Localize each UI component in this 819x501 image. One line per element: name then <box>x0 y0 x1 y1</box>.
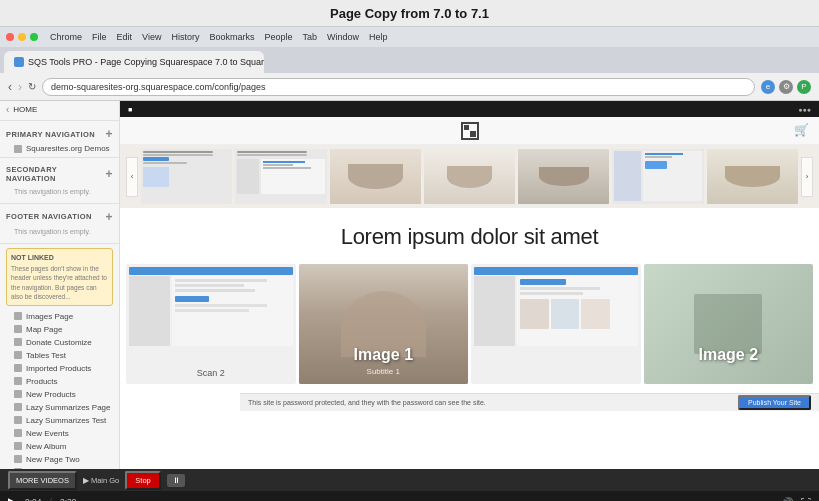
window-title: Page Copy from 7.0 to 7.1 <box>330 6 489 21</box>
gallery-thumb-6[interactable] <box>612 149 703 204</box>
thumb-line <box>143 154 213 156</box>
forward-icon[interactable]: › <box>18 80 22 94</box>
bowl-shape <box>348 164 403 189</box>
tab-favicon <box>14 57 24 67</box>
gallery-thumb-7[interactable] <box>707 149 798 204</box>
sidebar-item-lazy-summarizes[interactable]: Lazy Summarizes Page <box>0 401 119 414</box>
thumb-screenshot-1 <box>141 149 232 204</box>
second-row-image-2: Image 2 <box>644 264 814 384</box>
sidebar-page-label: Images Page <box>26 312 73 321</box>
sidebar-item-tables[interactable]: Tables Test <box>0 349 119 362</box>
bowl-shape-3 <box>539 167 589 186</box>
password-notice-text: This site is password protected, and the… <box>248 399 486 406</box>
sidebar-item-imported-products[interactable]: Imported Products <box>0 362 119 375</box>
window-close-dot[interactable] <box>6 33 14 41</box>
sidebar-page-label: Tables Test <box>26 351 66 360</box>
active-tab[interactable]: SQS Tools PRO - Page Copying Squarespace… <box>4 51 264 73</box>
gallery-thumb-4[interactable] <box>424 149 515 204</box>
main-go-channel[interactable]: ▶ Main Go <box>83 476 119 485</box>
sidebar-item-new-events[interactable]: New Events <box>0 427 119 440</box>
page-content-area: ■ ●●● 🛒 ‹ <box>120 101 819 469</box>
sidebar-page-label: New Events <box>26 429 69 438</box>
thumb-line <box>237 154 307 156</box>
thumb-screenshot-3 <box>612 149 703 204</box>
play-button[interactable]: ▶ <box>8 495 17 501</box>
cart-icon[interactable]: 🛒 <box>794 123 809 137</box>
menu-bookmarks[interactable]: Bookmarks <box>209 32 254 42</box>
extension-icon-1[interactable]: e <box>761 80 775 94</box>
sidebar-page-label: Donate Customize <box>26 338 92 347</box>
page-icon-3 <box>14 338 22 346</box>
sidebar-primary-nav-header: PRIMARY NAVIGATION + <box>0 123 119 142</box>
sidebar-primary-nav-add[interactable]: + <box>106 128 113 140</box>
address-field[interactable]: demo-squaresites-org.squarespace.com/con… <box>42 78 755 96</box>
menu-help[interactable]: Help <box>369 32 388 42</box>
time-total: 2:39 <box>60 497 77 501</box>
sidebar-footer-empty: This navigation is empty. <box>0 225 119 241</box>
channel-icon: ▶ <box>83 476 89 485</box>
product-image-bowl-2 <box>424 149 515 204</box>
image-1-label: Image 1 <box>353 346 413 364</box>
profile-icon[interactable]: P <box>797 80 811 94</box>
sidebar-home-label: HOME <box>13 105 37 114</box>
sidebar-secondary-nav-add[interactable]: + <box>106 168 113 180</box>
sidebar-item-products[interactable]: Products <box>0 375 119 388</box>
menu-edit[interactable]: Edit <box>117 32 133 42</box>
gallery-prev-arrow[interactable]: ‹ <box>126 157 138 197</box>
sidebar-item-donate[interactable]: Donate Customize <box>0 336 119 349</box>
sidebar-item-new-products[interactable]: New Products <box>0 388 119 401</box>
window-minimize-dot[interactable] <box>18 33 26 41</box>
logo-cell-2 <box>470 125 476 131</box>
menu-people[interactable]: People <box>264 32 292 42</box>
window-title-bar: Page Copy from 7.0 to 7.1 <box>0 0 819 27</box>
sidebar-item-new-album[interactable]: New Album <box>0 440 119 453</box>
menu-chrome[interactable]: Chrome <box>50 32 82 42</box>
gallery-thumb-2[interactable] <box>235 149 326 204</box>
stop-button[interactable]: Stop <box>125 471 160 490</box>
second-row-images: Scan 2 Image 1 Subtitle 1 <box>120 260 819 388</box>
screenshot-mini-2 <box>471 264 641 384</box>
menu-tab[interactable]: Tab <box>302 32 317 42</box>
sidebar-item-squaresites[interactable]: Squaresites.org Demos <box>0 142 119 155</box>
back-icon[interactable]: ‹ <box>8 80 12 94</box>
menu-window[interactable]: Window <box>327 32 359 42</box>
gallery-strip: ‹ <box>120 145 819 208</box>
image-2-label: Image 2 <box>698 346 758 364</box>
volume-icon[interactable]: 🔊 <box>781 497 793 502</box>
not-linked-text: These pages don't show in the header unl… <box>11 264 108 300</box>
product-image-bowl <box>330 149 421 204</box>
page-icon-4 <box>14 351 22 359</box>
sidebar-primary-nav-title: PRIMARY NAVIGATION <box>6 130 95 139</box>
window-maximize-dot[interactable] <box>30 33 38 41</box>
menu-file[interactable]: File <box>92 32 107 42</box>
more-videos-button[interactable]: MORE VIDEOS <box>8 471 77 490</box>
squarespace-top-bar: ■ ●●● <box>120 101 819 117</box>
menu-history[interactable]: History <box>171 32 199 42</box>
page-icon-2 <box>14 325 22 333</box>
extension-icon-2[interactable]: ⚙ <box>779 80 793 94</box>
thumb-line <box>143 151 213 153</box>
not-linked-box: NOT LINKED These pages don't show in the… <box>6 248 113 306</box>
sidebar-item-images-page[interactable]: Images Page <box>0 310 119 323</box>
mini-row-2 <box>474 276 638 346</box>
sidebar-footer-nav-add[interactable]: + <box>106 211 113 223</box>
gallery-thumb-1[interactable] <box>141 149 232 204</box>
sidebar-item-map-page[interactable]: Map Page <box>0 323 119 336</box>
logo-cell-4 <box>470 131 476 137</box>
gallery-thumb-5[interactable] <box>518 149 609 204</box>
fullscreen-icon[interactable]: ⛶ <box>801 497 811 502</box>
reload-icon[interactable]: ↻ <box>28 81 36 92</box>
logo-cell-1 <box>464 125 470 131</box>
pause-button[interactable]: ⏸ <box>167 474 185 487</box>
gallery-next-arrow[interactable]: › <box>801 157 813 197</box>
publish-site-button[interactable]: Publish Your Site <box>738 395 811 410</box>
menu-view[interactable]: View <box>142 32 161 42</box>
bowl-shape-4 <box>725 166 780 187</box>
not-linked-title: NOT LINKED <box>11 253 108 263</box>
sidebar-item-new-page-two[interactable]: New Page Two <box>0 453 119 466</box>
gallery-thumb-3[interactable] <box>330 149 421 204</box>
sidebar-footer-nav-header: FOOTER NAVIGATION + <box>0 206 119 225</box>
sidebar-home[interactable]: HOME <box>0 101 119 118</box>
sidebar-item-lazy-test[interactable]: Lazy Summarizes Test <box>0 414 119 427</box>
sidebar-page-label: Imported Products <box>26 364 91 373</box>
